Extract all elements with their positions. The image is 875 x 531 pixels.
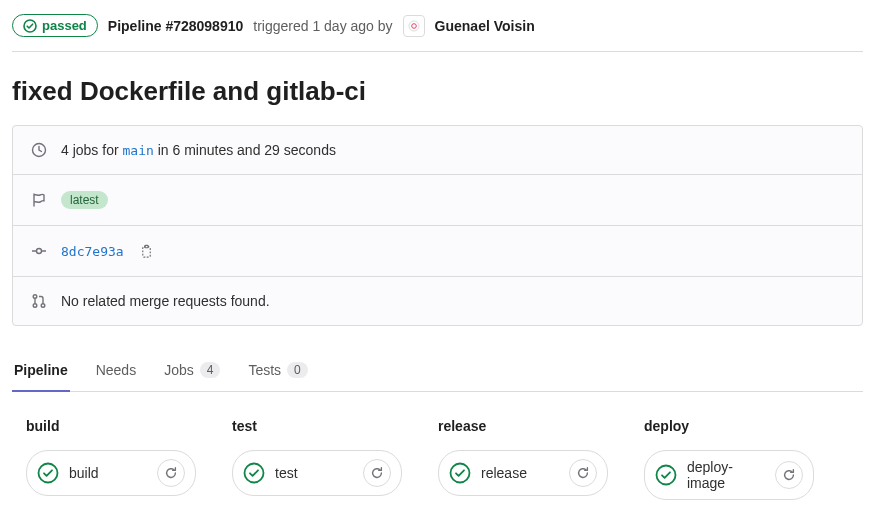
check-circle-icon xyxy=(23,19,37,33)
retry-button[interactable] xyxy=(569,459,597,487)
tab-needs[interactable]: Needs xyxy=(94,352,138,392)
stage-name: test xyxy=(232,418,402,434)
eye-icon xyxy=(407,19,421,33)
svg-point-8 xyxy=(33,304,37,308)
job-name: test xyxy=(275,465,353,481)
svg-point-12 xyxy=(451,464,470,483)
copy-sha-button[interactable] xyxy=(138,242,156,260)
job-build[interactable]: build xyxy=(26,450,196,496)
avatar[interactable] xyxy=(403,15,425,37)
stage-release: release release xyxy=(438,418,608,500)
svg-point-7 xyxy=(33,295,37,299)
retry-button[interactable] xyxy=(157,459,185,487)
svg-point-2 xyxy=(409,21,419,31)
job-name: deploy-image xyxy=(687,459,765,491)
tab-jobs[interactable]: Jobs 4 xyxy=(162,352,222,392)
commit-row: 8dc7e93a xyxy=(13,226,862,277)
stage-name: build xyxy=(26,418,196,434)
pipeline-header: passed Pipeline #728098910 triggered 1 d… xyxy=(12,0,863,52)
svg-rect-6 xyxy=(145,245,149,247)
triggered-text: triggered 1 day ago by xyxy=(253,18,392,34)
stage-deploy: deploy deploy-image xyxy=(644,418,814,500)
commit-sha-link[interactable]: 8dc7e93a xyxy=(61,244,124,259)
retry-icon xyxy=(164,466,178,480)
user-name[interactable]: Guenael Voisin xyxy=(435,18,535,34)
tags-row: latest xyxy=(13,175,862,226)
jobs-summary-row: 4 jobs for main in 6 minutes and 29 seco… xyxy=(13,126,862,175)
job-test[interactable]: test xyxy=(232,450,402,496)
job-name: release xyxy=(481,465,559,481)
flag-icon xyxy=(31,192,47,208)
job-name: build xyxy=(69,465,147,481)
tab-tests[interactable]: Tests 0 xyxy=(246,352,309,392)
clock-icon xyxy=(31,142,47,158)
pipeline-tabs: Pipeline Needs Jobs 4 Tests 0 xyxy=(12,352,863,392)
svg-point-4 xyxy=(37,249,42,254)
tests-count: 0 xyxy=(287,362,308,378)
clipboard-icon xyxy=(139,244,154,259)
job-deploy-image[interactable]: deploy-image xyxy=(644,450,814,500)
merge-request-icon xyxy=(31,293,47,309)
retry-icon xyxy=(782,468,796,482)
svg-point-13 xyxy=(657,466,676,485)
merge-requests-row: No related merge requests found. xyxy=(13,277,862,325)
tab-pipeline[interactable]: Pipeline xyxy=(12,352,70,392)
merge-requests-text: No related merge requests found. xyxy=(61,293,270,309)
latest-tag: latest xyxy=(61,191,108,209)
commit-icon xyxy=(31,243,47,259)
check-circle-icon xyxy=(37,462,59,484)
check-circle-icon xyxy=(243,462,265,484)
branch-link[interactable]: main xyxy=(122,143,153,158)
pipeline-stages: build build test test xyxy=(12,392,863,526)
retry-button[interactable] xyxy=(775,461,803,489)
pipeline-id[interactable]: Pipeline #728098910 xyxy=(108,18,243,34)
retry-icon xyxy=(370,466,384,480)
svg-point-11 xyxy=(245,464,264,483)
jobs-summary-text: 4 jobs for main in 6 minutes and 29 seco… xyxy=(61,142,336,158)
stage-test: test test xyxy=(232,418,402,500)
check-circle-icon xyxy=(655,464,677,486)
retry-button[interactable] xyxy=(363,459,391,487)
pipeline-info-panel: 4 jobs for main in 6 minutes and 29 seco… xyxy=(12,125,863,326)
job-release[interactable]: release xyxy=(438,450,608,496)
status-badge[interactable]: passed xyxy=(12,14,98,37)
commit-title: fixed Dockerfile and gitlab-ci xyxy=(12,76,863,107)
svg-point-10 xyxy=(39,464,58,483)
retry-icon xyxy=(576,466,590,480)
svg-point-9 xyxy=(41,304,45,308)
svg-point-1 xyxy=(411,23,416,28)
stage-build: build build xyxy=(26,418,196,500)
stage-name: release xyxy=(438,418,608,434)
stage-name: deploy xyxy=(644,418,814,434)
jobs-count: 4 xyxy=(200,362,221,378)
check-circle-icon xyxy=(449,462,471,484)
status-label: passed xyxy=(42,18,87,33)
